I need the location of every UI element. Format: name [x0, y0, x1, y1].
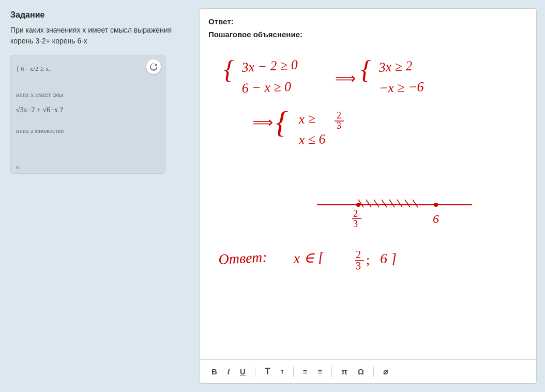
italic-button[interactable]: I	[224, 365, 233, 378]
math-svg: { 3x − 2 ≥ 0 6 − x ≥ 0 ⟹ { 3x ≥ 2	[208, 47, 519, 316]
svg-text:ниих а множество: ниих а множество	[16, 127, 64, 134]
toolbar-sep-2	[293, 367, 294, 377]
underline-button[interactable]: U	[237, 365, 249, 378]
svg-text:x  ≤  6: x ≤ 6	[298, 131, 326, 147]
svg-line-25	[382, 200, 387, 207]
svg-text:3x − 2 ≥ 0: 3x − 2 ≥ 0	[241, 57, 298, 75]
task-title: Задание	[10, 10, 181, 20]
svg-text:6  ]: 6 ]	[380, 250, 397, 266]
svg-text:{: {	[224, 55, 234, 84]
bold-button[interactable]: B	[208, 365, 220, 378]
svg-text:√3x−2 + √6−x ?: √3x−2 + √6−x ?	[16, 106, 63, 114]
list-ordered-button[interactable]: ≡	[300, 365, 311, 378]
svg-text:2: 2	[337, 110, 341, 120]
svg-text:ниих х имеет смы: ниих х имеет смы	[16, 91, 63, 98]
editor-toolbar: B I U T т ≡ ≡ π Ω ⌀	[200, 359, 536, 383]
svg-text:{ 6 - x/2 ≥ x.: { 6 - x/2 ≥ x.	[16, 65, 51, 72]
task-image-svg: { 6 - x/2 ≥ x. ниих х имеет смы √3x−2 + …	[11, 55, 165, 174]
step-label: Пошаговое объяснение:	[208, 30, 528, 39]
svg-line-29	[413, 200, 418, 207]
svg-line-24	[374, 200, 379, 207]
svg-text:⟹: ⟹	[335, 70, 356, 86]
svg-text:{: {	[361, 55, 371, 84]
toolbar-sep-3	[331, 367, 332, 377]
text-small-button[interactable]: т	[278, 366, 287, 378]
left-panel: Задание При каких значениях х имеет смыс…	[0, 0, 191, 392]
svg-point-31	[434, 203, 438, 207]
svg-text:2: 2	[353, 208, 358, 219]
svg-text:−x ≥ −6: −x ≥ −6	[379, 79, 424, 96]
svg-text:x  ≥: x ≥	[298, 111, 316, 127]
svg-line-28	[405, 200, 410, 207]
svg-text:6: 6	[433, 212, 439, 225]
svg-text:3x ≥ 2: 3x ≥ 2	[378, 58, 413, 75]
omega-button[interactable]: Ω	[355, 365, 367, 378]
svg-line-23	[366, 200, 371, 207]
svg-text:3: 3	[353, 219, 358, 229]
svg-text:я: я	[16, 163, 19, 171]
svg-text:;: ;	[366, 252, 370, 267]
answer-label: Ответ:	[208, 17, 528, 26]
toolbar-sep-1	[255, 367, 255, 377]
task-description: При каких значениях х имеет смысл выраже…	[10, 25, 181, 47]
pi-button[interactable]: π	[338, 365, 350, 378]
svg-text:Ответ:: Ответ:	[218, 249, 268, 267]
svg-text:{: {	[276, 105, 288, 139]
list-unordered-button[interactable]: ≡	[315, 365, 326, 378]
svg-text:3: 3	[356, 260, 361, 272]
svg-text:x  ∈  [: x ∈ [	[293, 249, 324, 266]
svg-text:6 − x ≥ 0: 6 − x ≥ 0	[241, 79, 291, 96]
svg-text:⟹: ⟹	[252, 114, 273, 130]
text-large-button[interactable]: T	[262, 364, 274, 379]
svg-rect-1	[11, 55, 165, 174]
svg-point-30	[356, 203, 360, 207]
svg-line-27	[397, 200, 402, 207]
refresh-button[interactable]	[146, 59, 161, 74]
refresh-icon	[149, 63, 158, 71]
task-image: { 6 - x/2 ≥ x. ниих х имеет смы √3x−2 + …	[11, 55, 165, 173]
svg-text:3: 3	[337, 120, 341, 131]
toolbar-sep-4	[373, 367, 374, 377]
math-drawing: { 3x − 2 ≥ 0 6 − x ≥ 0 ⟹ { 3x ≥ 2	[208, 47, 528, 318]
answer-content: Ответ: Пошаговое объяснение: { 3x − 2 ≥ …	[200, 9, 536, 359]
link-button[interactable]: ⌀	[380, 365, 391, 379]
svg-text:2: 2	[356, 249, 361, 260]
right-panel: Ответ: Пошаговое объяснение: { 3x − 2 ≥ …	[191, 0, 545, 392]
answer-box: Ответ: Пошаговое объяснение: { 3x − 2 ≥ …	[200, 8, 537, 384]
svg-line-26	[389, 200, 395, 207]
task-image-container: { 6 - x/2 ≥ x. ниих х имеет смы √3x−2 + …	[10, 55, 165, 174]
